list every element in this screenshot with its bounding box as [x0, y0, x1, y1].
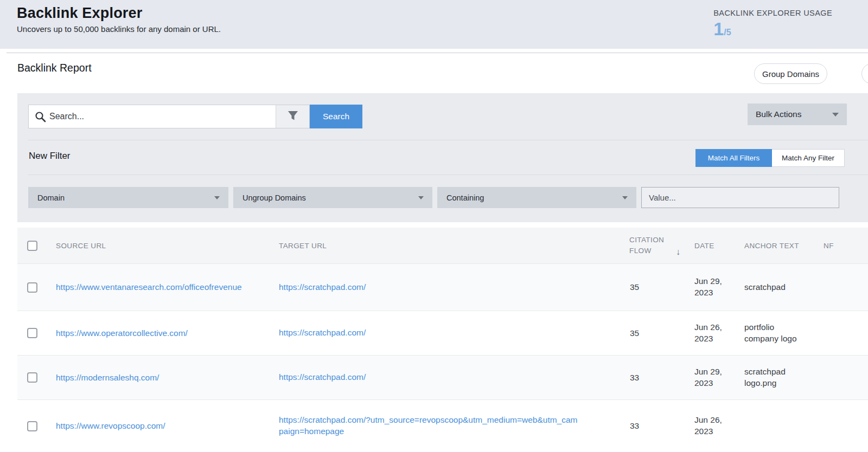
- new-filter-title: New Filter: [29, 151, 71, 162]
- filter-field-value: Domain: [37, 193, 65, 202]
- panel-divider-top: [28, 140, 868, 140]
- filter-group-value: Ungroup Domains: [242, 193, 306, 202]
- select-all-checkbox[interactable]: [27, 241, 37, 251]
- backlink-table: SOURCE URL TARGET URL CITATION FLOW ↓ DA…: [17, 228, 868, 452]
- filter-value-input[interactable]: [641, 187, 839, 208]
- target-url-link[interactable]: https://scratchpad.com/?utm_source=revop…: [279, 415, 580, 437]
- anchor-text-value: portfolio company logo: [744, 322, 803, 345]
- page-title: Backlink Explorer: [17, 5, 143, 22]
- panel-divider-bottom: [28, 175, 868, 175]
- group-domains-label: Group Domains: [762, 69, 819, 79]
- source-url-link[interactable]: https://modernsaleshq.com/: [56, 373, 159, 382]
- header-divider: [7, 53, 868, 53]
- table-row: https://www.revopscoop.com/ https://scra…: [17, 400, 868, 452]
- filter-field-dropdown[interactable]: Domain: [28, 187, 228, 208]
- row-checkbox[interactable]: [27, 282, 37, 293]
- match-any-filter-button[interactable]: Match Any Filter: [772, 149, 845, 167]
- table-header-row: SOURCE URL TARGET URL CITATION FLOW ↓ DA…: [17, 228, 868, 264]
- usage-widget: BACKLINK EXPLORER USAGE 1/5: [713, 9, 832, 40]
- usage-total: /5: [724, 28, 731, 37]
- source-url-link[interactable]: https://www.revopscoop.com/: [56, 421, 165, 430]
- search-icon: [35, 111, 46, 125]
- usage-counter: 1/5: [713, 18, 832, 40]
- row-checkbox[interactable]: [27, 328, 37, 338]
- date-value: Jun 26, 2023: [694, 415, 728, 437]
- header-anchor-text[interactable]: ANCHOR TEXT: [744, 242, 824, 250]
- target-url-link[interactable]: https://scratchpad.com/: [279, 372, 366, 383]
- target-url-link[interactable]: https://scratchpad.com/: [279, 327, 366, 339]
- source-url-link[interactable]: https://www.ventanaresearch.com/officeof…: [56, 282, 242, 292]
- chevron-down-icon: [418, 196, 424, 199]
- match-mode-toggle: Match All Filters Match Any Filter: [695, 149, 845, 167]
- search-input[interactable]: [29, 105, 276, 128]
- report-title: Backlink Report: [17, 62, 92, 74]
- header-citation-flow[interactable]: CITATION FLOW ↓: [629, 235, 694, 256]
- chevron-down-icon: [214, 196, 220, 199]
- table-row: https://www.operatorcollective.com/ http…: [17, 311, 868, 356]
- backlink-explorer-page: Backlink Explorer Uncovers up to 50,000 …: [0, 0, 868, 452]
- anchor-text-value: scratchpad logo.png: [744, 366, 803, 389]
- citation-flow-value: 35: [629, 282, 694, 292]
- search-button[interactable]: Search: [310, 105, 362, 128]
- date-value: Jun 29, 2023: [694, 276, 728, 299]
- date-value: Jun 29, 2023: [694, 366, 728, 389]
- row-checkbox[interactable]: [27, 421, 37, 431]
- citation-flow-value: 33: [629, 373, 694, 383]
- app-header: Backlink Explorer Uncovers up to 50,000 …: [0, 0, 868, 49]
- filter-operator-dropdown[interactable]: Containing: [437, 187, 636, 208]
- chevron-down-icon: [622, 196, 628, 199]
- source-url-link[interactable]: https://www.operatorcollective.com/: [56, 328, 188, 338]
- search-box: [28, 105, 310, 128]
- citation-flow-value: 33: [629, 421, 694, 431]
- search-input-wrap: [29, 105, 276, 128]
- filter-toggle-button[interactable]: [276, 105, 309, 128]
- table-row: https://modernsaleshq.com/ https://scrat…: [17, 356, 868, 400]
- citation-flow-value: 35: [629, 328, 694, 338]
- page-subtitle: Uncovers up to 50,000 backlinks for any …: [17, 24, 221, 34]
- target-url-link[interactable]: https://scratchpad.com/: [279, 282, 366, 293]
- anchor-text-value: scratchpad: [744, 282, 803, 293]
- header-date[interactable]: DATE: [694, 242, 744, 250]
- header-source-url[interactable]: SOURCE URL: [56, 242, 279, 250]
- bulk-actions-label: Bulk Actions: [756, 109, 801, 119]
- bulk-actions-dropdown[interactable]: Bulk Actions: [748, 104, 847, 125]
- table-row: https://www.ventanaresearch.com/officeof…: [17, 264, 868, 311]
- header-target-url[interactable]: TARGET URL: [279, 242, 629, 250]
- usage-current: 1: [713, 18, 724, 39]
- sort-descending-icon[interactable]: ↓: [676, 247, 680, 257]
- chevron-down-icon: [832, 113, 839, 117]
- filter-row: Domain Ungroup Domains Containing: [17, 187, 868, 208]
- date-value: Jun 26, 2023: [694, 322, 728, 345]
- header-nf[interactable]: NF: [824, 242, 868, 250]
- search-bar: Search: [28, 105, 362, 128]
- funnel-icon: [287, 109, 299, 124]
- filter-group-dropdown[interactable]: Ungroup Domains: [233, 187, 432, 208]
- partial-edge-button[interactable]: [861, 63, 868, 84]
- search-filter-panel: Search Bulk Actions New Filter Match All…: [17, 93, 868, 222]
- usage-label: BACKLINK EXPLORER USAGE: [713, 9, 832, 17]
- group-domains-button[interactable]: Group Domains: [754, 63, 827, 84]
- match-all-filters-button[interactable]: Match All Filters: [695, 149, 772, 167]
- row-checkbox[interactable]: [27, 372, 37, 383]
- filter-operator-value: Containing: [446, 193, 484, 202]
